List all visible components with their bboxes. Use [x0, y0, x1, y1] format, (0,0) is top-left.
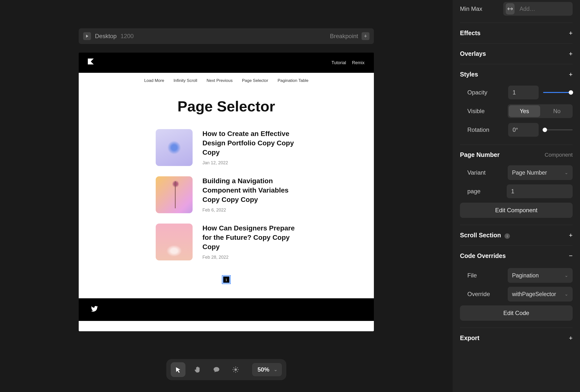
add-export-button[interactable]: + [569, 334, 573, 342]
tab-load-more[interactable]: Load More [144, 78, 164, 83]
add-breakpoint-button[interactable]: + [362, 32, 369, 40]
twitter-icon[interactable] [91, 306, 98, 314]
device-label[interactable]: Desktop [95, 33, 117, 40]
post-date: Jan 12, 2022 [202, 160, 297, 165]
site-footer [79, 298, 374, 321]
page-title: Page Selector [79, 98, 374, 115]
minmax-label: Min Max [460, 5, 503, 12]
file-label: File [467, 272, 503, 279]
preview-frame[interactable]: Tutorial Remix Load More Infinity Scroll… [79, 53, 374, 331]
page-content: Page Selector How to Create an Effective… [79, 89, 374, 298]
chevron-down-icon: ⌄ [565, 273, 568, 278]
collapse-code-overrides-button[interactable]: − [569, 252, 573, 260]
minmax-input[interactable] [520, 6, 570, 12]
edit-code-button[interactable]: Edit Code [460, 305, 573, 321]
post-title: How Can Designers Prepare for the Future… [202, 224, 297, 251]
tab-bar: Load More Infinity Scroll Next Previous … [79, 73, 374, 89]
nav-tutorial[interactable]: Tutorial [332, 60, 346, 65]
select-tool[interactable] [171, 362, 185, 377]
svg-line-6 [237, 371, 238, 372]
brightness-tool[interactable] [228, 362, 243, 377]
opacity-slider[interactable] [543, 92, 573, 93]
override-dropdown[interactable]: withPageSelector ⌄ [508, 287, 573, 301]
edit-component-button[interactable]: Edit Component [460, 203, 573, 218]
export-section-header[interactable]: Export + [460, 328, 573, 348]
tab-page-selector[interactable]: Page Selector [242, 78, 268, 83]
minmax-input-wrap[interactable] [503, 2, 573, 16]
visible-label: Visible [467, 108, 503, 115]
post-title: How to Create an Effective Design Portfo… [202, 129, 297, 157]
chevron-down-icon: ⌄ [565, 291, 568, 297]
canvas[interactable]: Desktop 1200 Breakpoint + Tutorial Remix… [0, 0, 452, 392]
visible-toggle: Yes No [508, 104, 573, 118]
frame-header: Desktop 1200 Breakpoint + [79, 28, 374, 44]
svg-line-8 [237, 367, 238, 368]
chevron-down-icon: ⌄ [565, 170, 568, 175]
post-item[interactable]: Building a Navigation Component with Var… [156, 176, 297, 213]
svg-line-5 [233, 367, 234, 368]
svg-line-7 [233, 371, 234, 372]
svg-point-0 [234, 368, 237, 371]
add-scroll-section-button[interactable]: + [569, 231, 573, 239]
variant-label: Variant [467, 169, 503, 176]
add-effect-button[interactable]: + [569, 29, 573, 37]
visible-yes[interactable]: Yes [509, 105, 540, 117]
bottom-toolbar: 50% ⌄ [166, 359, 286, 380]
override-label: Override [467, 291, 503, 298]
styles-section-header[interactable]: Styles + [460, 64, 573, 85]
post-thumbnail [156, 176, 193, 213]
opacity-label: Opacity [467, 89, 504, 96]
rotation-label: Rotation [467, 127, 504, 133]
post-item[interactable]: How to Create an Effective Design Portfo… [156, 129, 297, 166]
white-gap [79, 321, 374, 331]
post-date: Feb 28, 2022 [202, 255, 297, 260]
variant-dropdown[interactable]: Page Number ⌄ [508, 165, 573, 180]
nav-remix[interactable]: Remix [352, 60, 365, 65]
comment-tool[interactable] [209, 362, 224, 377]
post-thumbnail [156, 129, 193, 166]
breakpoint-label: Breakpoint [330, 33, 358, 40]
rotation-slider[interactable] [543, 129, 573, 130]
scroll-section-header[interactable]: Scroll Section i + [460, 225, 573, 246]
post-date: Feb 6, 2022 [202, 208, 297, 213]
tab-infinity-scroll[interactable]: Infinity Scroll [173, 78, 197, 83]
tab-pagination-table[interactable]: Pagination Table [278, 78, 308, 83]
play-button[interactable] [83, 32, 91, 40]
file-dropdown[interactable]: Pagination ⌄ [508, 268, 573, 283]
code-overrides-section-header[interactable]: Code Overrides − [460, 246, 573, 266]
info-icon[interactable]: i [504, 233, 510, 239]
device-width[interactable]: 1200 [121, 33, 134, 40]
add-style-button[interactable]: + [569, 71, 573, 78]
post-item[interactable]: How Can Designers Prepare for the Future… [156, 224, 297, 261]
page-number-selected[interactable]: 1 [223, 276, 230, 283]
site-header: Tutorial Remix [79, 53, 374, 73]
post-thumbnail [156, 224, 193, 261]
logo-icon [87, 59, 94, 67]
overlays-section-header[interactable]: Overlays + [460, 43, 573, 64]
opacity-input[interactable] [508, 86, 539, 99]
zoom-select[interactable]: 50% ⌄ [252, 363, 282, 376]
visible-no[interactable]: No [541, 104, 573, 118]
page-number-section-header[interactable]: Page Number Component [460, 145, 573, 165]
tab-next-previous[interactable]: Next Previous [207, 78, 233, 83]
rotation-input[interactable] [508, 123, 539, 137]
inspector-panel: Min Max Effects + Overlays + Styles + Op… [452, 0, 580, 392]
hand-tool[interactable] [190, 362, 205, 377]
width-icon [506, 3, 515, 14]
add-overlay-button[interactable]: + [569, 50, 573, 58]
effects-section-header[interactable]: Effects + [460, 23, 573, 43]
page-label: page [467, 188, 502, 195]
page-input[interactable] [507, 184, 573, 198]
post-title: Building a Navigation Component with Var… [202, 176, 297, 204]
chevron-down-icon: ⌄ [274, 367, 278, 372]
zoom-value: 50% [258, 366, 269, 373]
